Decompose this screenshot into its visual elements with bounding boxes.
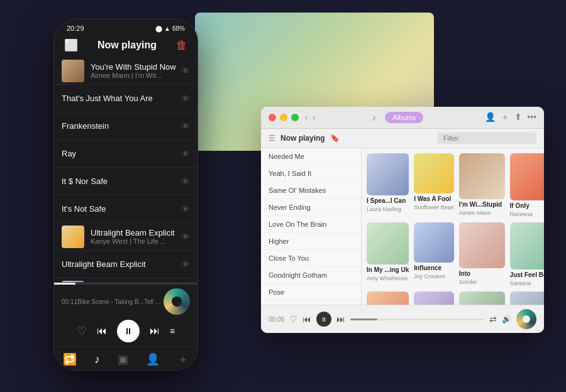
music-note-icon[interactable]: ♪ xyxy=(94,353,100,366)
album-card[interactable]: Leake...p.com The Internet xyxy=(510,291,544,305)
trash-icon[interactable]: 🗑 xyxy=(176,39,187,52)
bookmark-icon[interactable]: 🔖 xyxy=(330,134,340,143)
album-artist: Joy Crookes xyxy=(414,273,454,280)
track-title: You're With Stupid Now xyxy=(91,62,177,72)
equalizer-button[interactable]: ≡ xyxy=(170,326,175,336)
album-card[interactable]: I Spea...I Can Laura Marling xyxy=(367,153,409,217)
close-button[interactable] xyxy=(269,114,276,121)
eye-icon: 👁 xyxy=(181,259,190,270)
album-card[interactable]: Into Sonder xyxy=(459,222,505,286)
forward-arrow[interactable]: › xyxy=(313,113,315,122)
person-icon[interactable]: 👤 xyxy=(485,112,496,123)
battery-icon: 68% xyxy=(172,25,185,32)
album-art xyxy=(414,222,454,263)
next-button[interactable]: ⏭ xyxy=(336,314,345,324)
album-card[interactable]: I Was A Fool Sunflower Bean xyxy=(414,153,454,217)
progress-bar[interactable] xyxy=(54,283,197,285)
now-playing-label: Now playing xyxy=(280,134,325,143)
track-item[interactable]: Ultralight Beam Explicit Kanye West | Th… xyxy=(54,223,197,251)
queue-item[interactable]: Never Ending xyxy=(261,199,361,216)
prev-button[interactable]: ⏮ xyxy=(302,314,311,324)
track-title: Frankenstein xyxy=(62,121,177,131)
music-icon: ♪ xyxy=(372,112,376,122)
save-icon[interactable]: ⬜ xyxy=(64,38,78,52)
desktop-app: ‹ › ♪ Albums 👤 ＋ ⬆ ••• ☰ Now playing 🔖 N… xyxy=(261,107,544,333)
favorite-button[interactable]: ♡ xyxy=(289,314,297,324)
track-info: You're With Stupid Now Aimee Mann | I'm … xyxy=(91,62,177,79)
album-art xyxy=(367,222,409,264)
queue-item[interactable]: Same Ol' Mistakes xyxy=(261,182,361,199)
track-title: Ultralight Beam Explicit xyxy=(91,228,177,237)
tab-albums[interactable]: Albums xyxy=(385,112,423,123)
track-title: It $ Nor Safe xyxy=(62,177,177,186)
album-card[interactable]: LP1 Fka Twigs xyxy=(367,291,409,305)
play-pause-button[interactable]: ⏸ xyxy=(117,320,140,342)
track-item[interactable]: It $ Nor Safe 👁 xyxy=(54,168,197,195)
queue-item[interactable]: Close To You xyxy=(261,250,361,267)
queue-item[interactable]: Pose xyxy=(261,284,361,301)
vinyl-disc xyxy=(164,288,190,315)
track-item[interactable]: Ray 👁 xyxy=(54,140,197,168)
track-thumbnail xyxy=(62,281,84,283)
status-time: 20:29 xyxy=(67,24,84,32)
filter-input[interactable] xyxy=(437,133,536,144)
album-title: I Spea...I Can xyxy=(367,197,409,204)
mobile-tracklist[interactable]: You're With Stupid Now Aimee Mann | I'm … xyxy=(54,57,197,282)
vinyl-center xyxy=(172,297,182,307)
track-title: That's Just What You Are xyxy=(62,94,177,103)
queue-item[interactable]: Higher xyxy=(261,233,361,250)
favorite-button[interactable]: ♡ xyxy=(77,324,87,338)
prev-button[interactable]: ⏮ xyxy=(97,325,107,337)
expand-icon[interactable]: ⬆ xyxy=(514,112,522,123)
progress-fill xyxy=(54,283,75,285)
mobile-title: Now playing xyxy=(78,40,176,51)
track-item[interactable]: That's Just What You Are 👁 xyxy=(54,85,197,112)
track-info: Ray xyxy=(62,149,177,158)
play-pause-button[interactable]: ⏸ xyxy=(316,312,331,327)
back-arrow[interactable]: ‹ xyxy=(305,113,308,122)
track-item[interactable]: You're With Stupid Now Aimee Mann | I'm … xyxy=(54,57,197,85)
next-button[interactable]: ⏭ xyxy=(150,325,160,337)
album-card[interactable]: In My ...ing Uk Amy Winehouse xyxy=(367,222,409,286)
album-artist: Laura Marling xyxy=(367,206,409,212)
person-icon[interactable]: 👤 xyxy=(146,352,160,366)
album-art xyxy=(367,291,409,305)
more-icon[interactable]: ••• xyxy=(527,112,536,123)
track-item[interactable]: It's Not Safe 👁 xyxy=(54,195,197,223)
maximize-button[interactable] xyxy=(291,114,299,121)
album-title: I'm Wi...Stupid xyxy=(459,201,505,208)
album-card[interactable]: La jov...olores Christina Rose... xyxy=(459,291,505,305)
add-icon[interactable]: ＋ xyxy=(177,352,189,367)
eye-icon: 👁 xyxy=(181,94,190,104)
status-icons: ⬤ ▲ 68% xyxy=(155,25,185,32)
album-card[interactable]: La 45 La 45 xyxy=(414,291,454,305)
shuffle-button[interactable]: ⇄ xyxy=(489,314,497,324)
album-card[interactable]: I'm Wi...Stupid Aimee Mann xyxy=(459,153,505,217)
wifi-icon: ▲ xyxy=(164,25,170,32)
progress-bar[interactable] xyxy=(350,318,484,320)
album-card[interactable]: Influence Joy Crookes xyxy=(414,222,454,286)
volume-button[interactable]: 🔊 xyxy=(502,315,511,324)
queue-item[interactable]: Needed Me xyxy=(261,148,361,165)
track-item[interactable]: Frankenstein 👁 xyxy=(54,112,197,140)
album-title: I Was A Fool xyxy=(414,195,454,202)
album-art xyxy=(367,153,409,195)
progress-fill xyxy=(350,318,377,320)
queue-item[interactable]: Goodnight Gotham xyxy=(261,267,361,284)
album-card[interactable]: If Only Raveena xyxy=(510,153,544,217)
track-item[interactable]: Rush Kali Uchis | Por Vida 👁 xyxy=(54,278,197,282)
track-info: It $ Nor Safe xyxy=(62,177,177,186)
album-card[interactable]: Just Feel Better Santana xyxy=(510,222,544,286)
track-info: Frankenstein xyxy=(62,121,177,131)
photo-icon[interactable]: ▣ xyxy=(118,352,128,366)
queue-item[interactable]: Yeah, I Said It xyxy=(261,165,361,182)
queue-item[interactable]: Love On The Brain xyxy=(261,216,361,233)
mobile-playerbar: 00:11 Bike Scene - Taking B...Tell All Y… xyxy=(54,282,197,346)
track-artist: Kanye West | The Life ... xyxy=(91,237,177,245)
repeat-icon[interactable]: 🔁 xyxy=(63,352,77,366)
track-info: That's Just What You Are xyxy=(62,94,177,103)
add-icon[interactable]: ＋ xyxy=(501,112,509,123)
track-item[interactable]: Ultralight Beam Explicit 👁 xyxy=(54,251,197,278)
minimize-button[interactable] xyxy=(280,114,287,121)
album-art xyxy=(414,291,454,305)
